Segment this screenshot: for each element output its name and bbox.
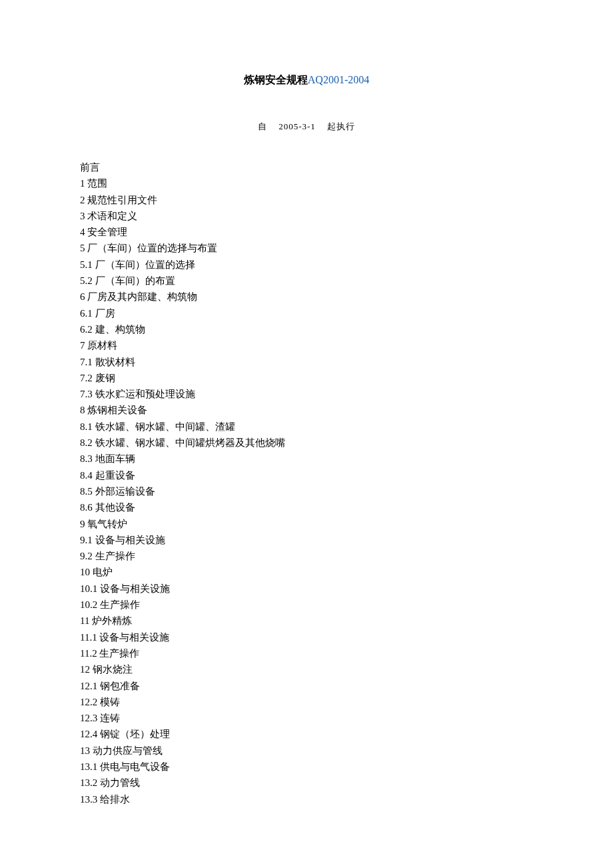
- effective-date-value: 2005-3-1: [279, 121, 316, 131]
- toc-item: 8.2 铁水罐、钢水罐、中间罐烘烤器及其他烧嘴: [80, 435, 533, 451]
- toc-item: 12.2 模铸: [80, 694, 533, 710]
- toc-item: 8.4 起重设备: [80, 467, 533, 483]
- toc-item: 11 炉外精炼: [80, 613, 533, 629]
- toc-item: 10.2 生产操作: [80, 597, 533, 613]
- toc-item: 1 范围: [80, 175, 533, 191]
- toc-item: 12.3 连铸: [80, 710, 533, 726]
- effective-from: 自: [258, 121, 267, 131]
- effective-exec: 起执行: [327, 121, 355, 131]
- toc-item: 8 炼钢相关设备: [80, 402, 533, 418]
- toc-item: 7 原材料: [80, 337, 533, 353]
- toc-item: 6.2 建、构筑物: [80, 321, 533, 337]
- toc-item: 5.2 厂（车间）的布置: [80, 273, 533, 289]
- toc-item: 3 术语和定义: [80, 208, 533, 224]
- toc-item: 8.6 其他设备: [80, 499, 533, 515]
- toc-item: 13 动力供应与管线: [80, 743, 533, 759]
- toc-item: 7.2 废钢: [80, 370, 533, 386]
- toc-item: 4 安全管理: [80, 224, 533, 240]
- toc-item: 5 厂（车间）位置的选择与布置: [80, 240, 533, 256]
- toc-item: 11.2 生产操作: [80, 645, 533, 661]
- title-main: 炼钢安全规程: [244, 74, 308, 85]
- toc-item: 13.3 给排水: [80, 791, 533, 807]
- toc-item: 12 钢水烧注: [80, 661, 533, 677]
- toc-item: 6.1 厂房: [80, 305, 533, 321]
- toc-item: 12.1 钢包准备: [80, 678, 533, 694]
- toc-item: 13.1 供电与电气设备: [80, 759, 533, 775]
- page-container: 炼钢安全规程AQ2001-2004 自 2005-3-1 起执行 前言 1 范围…: [0, 0, 613, 847]
- toc-item: 10 电炉: [80, 564, 533, 580]
- toc-item: 8.5 外部运输设备: [80, 483, 533, 499]
- title-code: AQ2001-2004: [308, 74, 369, 85]
- toc-item: 9.2 生产操作: [80, 548, 533, 564]
- toc-item: 9.1 设备与相关设施: [80, 532, 533, 548]
- table-of-contents: 前言 1 范围 2 规范性引用文件 3 术语和定义 4 安全管理 5 厂（车间）…: [80, 159, 533, 807]
- toc-item: 13.2 动力管线: [80, 775, 533, 791]
- toc-item: 前言: [80, 159, 533, 175]
- toc-item: 8.1 铁水罐、钢水罐、中间罐、渣罐: [80, 419, 533, 435]
- toc-item: 10.1 设备与相关设施: [80, 581, 533, 597]
- toc-item: 12.4 钢锭（坯）处理: [80, 726, 533, 742]
- page-title: 炼钢安全规程AQ2001-2004: [80, 73, 533, 87]
- toc-item: 6 厂房及其内部建、构筑物: [80, 289, 533, 305]
- toc-item: 9 氧气转炉: [80, 516, 533, 532]
- toc-item: 7.3 铁水贮运和预处理设施: [80, 386, 533, 402]
- effective-date: 自 2005-3-1 起执行: [80, 121, 533, 133]
- toc-item: 8.3 地面车辆: [80, 451, 533, 467]
- toc-item: 11.1 设备与相关设施: [80, 629, 533, 645]
- toc-item: 2 规范性引用文件: [80, 192, 533, 208]
- toc-item: 7.1 散状材料: [80, 354, 533, 370]
- toc-item: 5.1 厂（车间）位置的选择: [80, 257, 533, 273]
